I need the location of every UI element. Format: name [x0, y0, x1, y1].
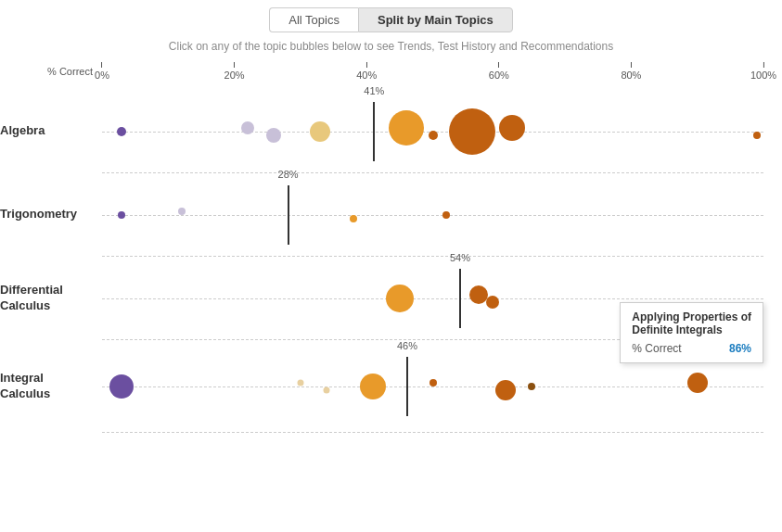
- bubble-3-5[interactable]: [495, 380, 516, 400]
- topic-label-1: Trigonometry: [0, 207, 93, 222]
- avg-line-2: 54%: [459, 269, 461, 328]
- bubble-3-7[interactable]: [687, 373, 708, 393]
- topic-label-3: IntegralCalculus: [0, 371, 93, 402]
- topic-track-2: 54%Applying Properties ofDefinite Integr…: [102, 261, 763, 336]
- subtitle: Click on any of the topic bubbles below …: [0, 36, 782, 62]
- dashed-line-2: [102, 298, 763, 299]
- x-tick-60: 60%: [489, 62, 509, 81]
- bubble-0-2[interactable]: [266, 128, 281, 143]
- tooltip-2: Applying Properties ofDefinite Integrals…: [620, 302, 763, 363]
- bubble-0-7[interactable]: [499, 115, 525, 141]
- bubble-3-0[interactable]: [109, 374, 134, 399]
- bubble-0-0[interactable]: [117, 127, 126, 136]
- tooltip-title: Applying Properties ofDefinite Integrals: [632, 310, 751, 336]
- bubble-0-6[interactable]: [449, 108, 495, 155]
- topic-row-1: Trigonometry28%: [102, 173, 763, 257]
- tooltip-label: % Correct: [632, 342, 681, 355]
- x-tick-40: 40%: [356, 62, 377, 81]
- tooltip-row: % Correct86%: [632, 342, 751, 355]
- x-tick-80: 80%: [621, 62, 641, 81]
- avg-label-2: 54%: [450, 252, 470, 263]
- bubble-0-3[interactable]: [310, 121, 330, 142]
- avg-label-0: 41%: [364, 85, 384, 96]
- topic-track-0: 41%: [102, 95, 763, 169]
- all-topics-tab[interactable]: All Topics: [269, 7, 358, 32]
- bubble-3-6[interactable]: [528, 383, 535, 390]
- bubble-1-0[interactable]: [118, 211, 125, 219]
- bubble-0-5[interactable]: [429, 131, 438, 140]
- avg-line-1: 28%: [288, 185, 289, 245]
- avg-line-0: 41%: [373, 102, 375, 161]
- chart-area: % Correct 0%20%40%60%80%100% Algebra41%T…: [0, 62, 782, 433]
- dashed-line-1: [102, 215, 763, 216]
- bubble-0-4[interactable]: [389, 110, 424, 146]
- topic-row-0: Algebra41%: [102, 90, 763, 173]
- avg-label-3: 46%: [397, 340, 417, 351]
- dashed-line-3: [102, 386, 763, 387]
- topic-label-2: DifferentialCalculus: [0, 283, 93, 314]
- bubble-1-3[interactable]: [442, 211, 450, 219]
- bubble-0-1[interactable]: [241, 121, 254, 134]
- bubble-1-1[interactable]: [178, 208, 186, 215]
- topic-row-2: DifferentialCalculus54%Applying Properti…: [102, 257, 763, 340]
- avg-line-3: 46%: [406, 357, 408, 416]
- bubble-0-8[interactable]: [753, 132, 761, 139]
- bubble-3-2[interactable]: [324, 386, 330, 393]
- y-axis-label: % Correct: [0, 66, 93, 77]
- bubble-2-0[interactable]: [386, 285, 414, 312]
- bubble-3-3[interactable]: [360, 374, 386, 399]
- tooltip-value: 86%: [729, 342, 751, 355]
- avg-label-1: 28%: [278, 169, 299, 180]
- x-tick-0: 0%: [95, 62, 109, 81]
- bubble-2-2[interactable]: [486, 296, 499, 309]
- x-axis: % Correct 0%20%40%60%80%100%: [102, 62, 763, 88]
- split-by-tab[interactable]: Split by Main Topics: [358, 7, 513, 32]
- x-tick-100: 100%: [750, 62, 776, 81]
- tab-group: All Topics Split by Main Topics: [0, 0, 782, 36]
- x-tick-20: 20%: [224, 62, 245, 81]
- topic-label-0: Algebra: [0, 123, 93, 139]
- topics-container: Algebra41%Trigonometry28%DifferentialCal…: [102, 90, 763, 433]
- bubble-3-4[interactable]: [429, 379, 437, 386]
- bubble-1-2[interactable]: [350, 215, 357, 222]
- bubble-3-1[interactable]: [297, 379, 303, 386]
- topic-track-1: 28%: [102, 178, 763, 252]
